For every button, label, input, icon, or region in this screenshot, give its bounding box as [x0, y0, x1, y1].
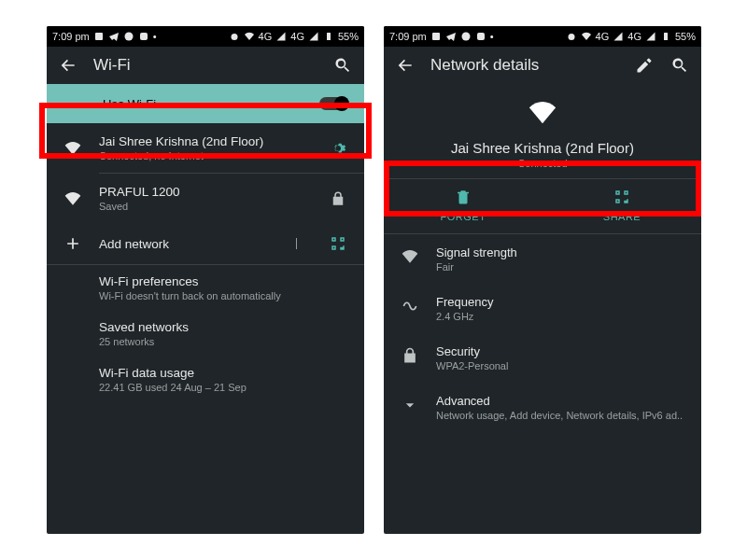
search-icon[interactable] [332, 55, 353, 76]
network-hero: Jai Shree Krishna (2nd Floor) Connected [384, 84, 701, 178]
alarm-icon [229, 31, 240, 42]
svg-rect-4 [327, 33, 331, 40]
forget-label: FORGET [441, 211, 486, 222]
svg-rect-10 [664, 33, 668, 40]
lock-icon [327, 190, 349, 207]
signal-label: Signal strength [436, 245, 517, 259]
usage-sub: 22.41 GB used 24 Aug – 21 Sep [99, 382, 349, 393]
connection-status: Connected [384, 158, 701, 169]
pref-sub: Wi-Fi doesn't turn back on automatically [99, 290, 349, 301]
wifi-status-icon [581, 31, 592, 42]
adv-value: Network usage, Add device, Network detai… [436, 410, 683, 421]
instagram-icon [475, 31, 486, 42]
signal-icon-2 [645, 31, 656, 42]
action-row: FORGET SHARE [384, 178, 701, 234]
back-icon[interactable] [395, 55, 416, 76]
wifi-icon [62, 139, 84, 158]
whatsapp-icon [123, 31, 134, 42]
svg-rect-8 [477, 33, 485, 40]
signal-icon-2 [308, 31, 319, 42]
battery-pct: 55% [338, 31, 359, 42]
ssid-status: Connected, no Internet [99, 150, 312, 161]
wifi-data-usage-row[interactable]: Wi-Fi data usage 22.41 GB used 24 Aug – … [47, 357, 364, 402]
more-dot: • [153, 31, 157, 42]
whatsapp-icon [460, 31, 472, 42]
svg-point-7 [461, 33, 470, 41]
saved-title: Saved networks [99, 320, 349, 334]
sig-4g: 4G [596, 31, 610, 42]
app-bar: Wi-Fi [47, 47, 364, 84]
pref-title: Wi-Fi preferences [99, 274, 349, 288]
more-dot: • [490, 31, 494, 42]
divider-vert [286, 235, 308, 252]
sig-4g: 4G [259, 31, 273, 42]
page-title: Wi-Fi [93, 56, 317, 75]
sig-4g-2: 4G [290, 31, 304, 42]
forget-button[interactable]: FORGET [384, 179, 543, 233]
signal-icon [275, 31, 287, 42]
plus-icon [62, 234, 84, 253]
security-row: Security WPA2-Personal [384, 333, 701, 383]
page-title: Network details [430, 56, 619, 75]
back-icon[interactable] [58, 55, 78, 76]
sig-4g-2: 4G [627, 31, 641, 42]
usage-title: Wi-Fi data usage [99, 366, 349, 380]
network-row-saved[interactable]: PRAFUL 1200 Saved [47, 174, 364, 223]
svg-point-1 [124, 33, 133, 41]
freq-label: Frequency [436, 295, 493, 309]
notification-icon [93, 31, 105, 42]
instagram-icon [138, 31, 149, 42]
search-icon[interactable] [669, 55, 690, 76]
svg-rect-6 [432, 33, 440, 40]
battery-pct: 55% [675, 31, 696, 42]
use-wifi-toggle-row[interactable]: Use Wi-Fi [47, 84, 364, 123]
advanced-row[interactable]: Advanced Network usage, Add device, Netw… [384, 383, 701, 432]
app-bar: Network details [384, 47, 701, 84]
share-label: SHARE [603, 211, 641, 222]
signal-icon [613, 31, 624, 42]
status-bar: 7:09 pm • 4G 4G 55% [384, 26, 701, 47]
adv-label: Advanced [436, 394, 683, 408]
ssid-label: Jai Shree Krishna (2nd Floor) [99, 134, 312, 148]
network-row-connected[interactable]: Jai Shree Krishna (2nd Floor) Connected,… [47, 123, 364, 173]
share-button[interactable]: SHARE [543, 179, 701, 233]
lock-icon [399, 344, 421, 365]
ssid-label: PRAFUL 1200 [99, 185, 312, 199]
signal-value: Fair [436, 261, 517, 273]
svg-point-9 [568, 34, 574, 40]
status-time: 7:09 pm [389, 31, 427, 42]
telegram-icon [108, 31, 120, 42]
chevron-down-icon [399, 394, 421, 414]
saved-sub: 25 networks [99, 336, 349, 347]
telegram-icon [445, 31, 457, 42]
gear-icon[interactable] [327, 140, 349, 157]
saved-networks-row[interactable]: Saved networks 25 networks [47, 311, 364, 357]
frequency-row: Frequency 2.4 GHz [384, 284, 701, 333]
sec-label: Security [436, 344, 508, 358]
ssid-status: Saved [99, 201, 312, 212]
wifi-icon [399, 245, 421, 266]
trash-icon [455, 189, 472, 205]
notification-icon [430, 31, 442, 42]
use-wifi-label: Use Wi-Fi [103, 97, 156, 111]
wifi-switch[interactable] [319, 97, 347, 110]
qr-icon [613, 189, 630, 205]
add-network-label: Add network [99, 237, 271, 251]
edit-icon[interactable] [634, 55, 655, 76]
signal-strength-row: Signal strength Fair [384, 234, 701, 284]
wifi-preferences-row[interactable]: Wi-Fi preferences Wi-Fi doesn't turn bac… [47, 265, 364, 311]
sec-value: WPA2-Personal [436, 360, 508, 371]
battery-icon [660, 31, 671, 42]
qr-scan-icon[interactable] [327, 235, 349, 252]
svg-rect-5 [296, 238, 297, 249]
battery-icon [323, 31, 334, 42]
svg-point-3 [231, 34, 237, 40]
wifi-large-icon [527, 116, 558, 132]
svg-rect-2 [140, 33, 148, 40]
wifi-icon [62, 189, 84, 208]
frequency-icon [399, 295, 421, 315]
status-bar: 7:09 pm • 4G 4G 55% [47, 26, 364, 47]
svg-rect-0 [95, 33, 103, 40]
status-time: 7:09 pm [52, 31, 90, 42]
add-network-row[interactable]: Add network [47, 223, 364, 264]
